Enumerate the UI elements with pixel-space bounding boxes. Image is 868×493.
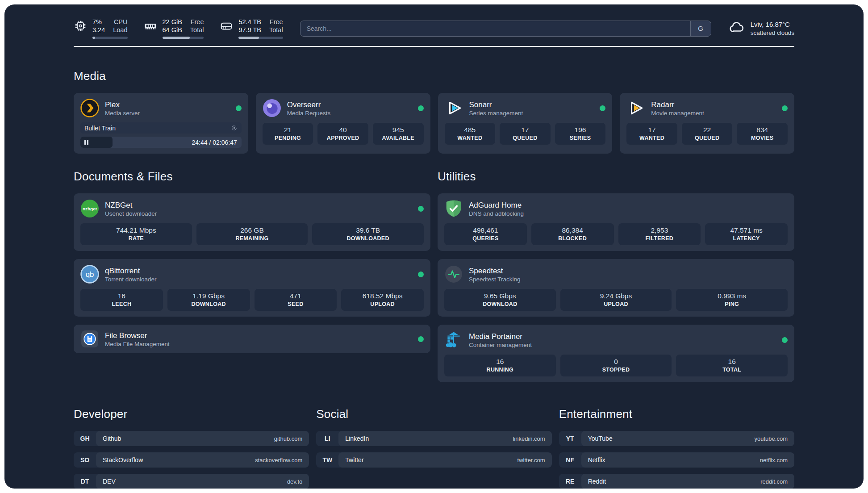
- link-url: twitter.com: [517, 457, 545, 464]
- service-title: AdGuard Home: [469, 201, 524, 210]
- link-youtube[interactable]: YT YouTubeyoutube.com: [559, 431, 794, 446]
- link-dev[interactable]: DT DEVdev.to: [74, 474, 309, 489]
- dashboard-page: 7%3.24 CPULoad 22 GiB64 GiB FreeTotal: [0, 0, 868, 493]
- cpu-usage: 7%: [92, 18, 105, 26]
- link-url: linkedin.com: [513, 435, 545, 442]
- search-bar: G: [300, 21, 711, 37]
- link-netflix[interactable]: NF Netflixnetflix.com: [559, 452, 794, 468]
- service-subtitle: Speedtest Tracking: [469, 276, 521, 283]
- link-reddit[interactable]: RE Redditreddit.com: [559, 474, 794, 489]
- link-name: Reddit: [588, 478, 606, 485]
- pause-icon: [84, 140, 88, 145]
- header-divider: [74, 46, 794, 47]
- qbittorrent-icon: qb: [80, 265, 99, 284]
- link-abbr: DT: [74, 478, 96, 485]
- gear-icon[interactable]: [231, 125, 238, 131]
- stat-tile-upload: 618.52 MbpsUPLOAD: [341, 289, 424, 311]
- cpu-progress-bar: [92, 37, 128, 39]
- memory-stat: 22 GiB64 GiB FreeTotal: [144, 18, 204, 39]
- service-card-plex[interactable]: Plex Media server Bullet Train 24:44 / 0…: [74, 93, 248, 154]
- filebrowser-icon: [80, 330, 99, 348]
- link-abbr: NF: [559, 456, 581, 464]
- stat-tile-download: 9.65 GbpsDOWNLOAD: [444, 289, 556, 311]
- link-name: Twitter: [345, 456, 363, 464]
- link-url: reddit.com: [760, 478, 788, 485]
- speedtest-icon: [444, 265, 463, 284]
- search-input[interactable]: [300, 21, 690, 36]
- system-stats: 7%3.24 CPULoad 22 GiB64 GiB FreeTotal: [74, 18, 283, 39]
- stat-tile-latency: 47.571 msLATENCY: [705, 223, 788, 245]
- memory-free: 22 GiB: [163, 18, 182, 26]
- section-title-developer: Developer: [74, 407, 309, 421]
- now-playing-row: Bullet Train: [80, 122, 242, 134]
- service-title: Sonarr: [469, 100, 523, 110]
- service-subtitle: Media Requests: [287, 110, 331, 117]
- service-card-overseerr[interactable]: Overseerr Media Requests 21PENDING 40APP…: [256, 93, 430, 154]
- stat-tile-rate: 744.21 MbpsRATE: [80, 223, 192, 245]
- section-documents: Documents & Files nzbget NZBGet Usenet d…: [74, 170, 430, 353]
- link-url: stackoverflow.com: [255, 457, 302, 464]
- dashboard-frame: 7%3.24 CPULoad 22 GiB64 GiB FreeTotal: [4, 4, 864, 489]
- section-title-utilities: Utilities: [438, 170, 794, 184]
- stat-tile-available: 945AVAILABLE: [373, 123, 424, 145]
- link-name: StackOverflow: [103, 456, 143, 464]
- service-card-adguard[interactable]: AdGuard Home DNS and adblocking 498,461Q…: [438, 193, 794, 251]
- stat-tile-download: 1.19 GbpsDOWNLOAD: [167, 289, 250, 311]
- portainer-icon: [444, 330, 463, 349]
- search-engine-button[interactable]: G: [690, 21, 711, 36]
- playback-progress-bar[interactable]: 24:44 / 02:06:47: [80, 137, 242, 148]
- playback-time: 24:44 / 02:06:47: [192, 139, 242, 146]
- service-subtitle: Movie management: [651, 110, 704, 117]
- weather-widget[interactable]: Lviv, 16.87°C scattered clouds: [728, 19, 794, 38]
- service-card-sonarr[interactable]: Sonarr Series management 485WANTED 17QUE…: [438, 93, 613, 154]
- link-abbr: SO: [74, 456, 96, 464]
- service-card-nzbget[interactable]: nzbget NZBGet Usenet downloader 744.21 M…: [74, 193, 430, 251]
- link-twitter[interactable]: TW Twittertwitter.com: [316, 452, 551, 468]
- service-card-speedtest[interactable]: Speedtest Speedtest Tracking 9.65 GbpsDO…: [438, 259, 794, 317]
- status-dot: [418, 272, 424, 277]
- stat-tile-running: 16RUNNING: [444, 355, 556, 376]
- stat-tile-leech: 16LEECH: [80, 289, 163, 311]
- radarr-icon: [626, 99, 645, 117]
- service-card-portainer[interactable]: Media Portainer Container management 16R…: [438, 325, 794, 382]
- service-title: File Browser: [105, 331, 170, 341]
- service-card-qbittorrent[interactable]: qb qBittorrent Torrent downloader 16LEEC…: [74, 259, 430, 317]
- status-dot: [418, 206, 424, 212]
- stat-tile-downloaded: 39.6 TBDOWNLOADED: [312, 223, 424, 245]
- link-name: Netflix: [588, 456, 605, 464]
- overseerr-icon: [263, 99, 281, 117]
- link-name: LinkedIn: [345, 435, 369, 442]
- disk-stat: 52.4 TB97.9 TB FreeTotal: [220, 18, 283, 39]
- section-utilities: Utilities AdGuard Home DNS and adblockin…: [438, 170, 794, 382]
- adguard-icon: [444, 199, 463, 218]
- section-social: Social LI LinkedInlinkedin.com TW Twitte…: [316, 407, 551, 468]
- link-linkedin[interactable]: LI LinkedInlinkedin.com: [316, 431, 551, 446]
- link-abbr: GH: [74, 435, 96, 442]
- stat-tile-queued: 22QUEUED: [682, 123, 733, 145]
- plex-icon: [80, 99, 99, 117]
- section-title-documents: Documents & Files: [74, 170, 430, 184]
- service-card-radarr[interactable]: Radarr Movie management 17WANTED 22QUEUE…: [620, 93, 794, 154]
- section-title-media: Media: [74, 69, 794, 83]
- stat-tile-wanted: 17WANTED: [626, 123, 677, 145]
- status-dot: [418, 336, 424, 342]
- link-stackoverflow[interactable]: SO StackOverflowstackoverflow.com: [74, 452, 309, 468]
- link-name: DEV: [103, 478, 116, 485]
- memory-total: 64 GiB: [163, 26, 182, 34]
- service-subtitle: Media server: [105, 110, 140, 117]
- link-github[interactable]: GH Githubgithub.com: [74, 431, 309, 446]
- disk-total: 97.9 TB: [238, 26, 261, 34]
- stat-tile-wanted: 485WANTED: [445, 123, 496, 145]
- stat-tile-queued: 17QUEUED: [500, 123, 551, 145]
- link-url: youtube.com: [755, 435, 788, 442]
- stat-tile-remaining: 266 GBREMAINING: [196, 223, 308, 245]
- service-card-filebrowser[interactable]: File Browser Media File Management: [74, 325, 430, 353]
- service-subtitle: Torrent downloader: [105, 276, 157, 283]
- stat-tile-total: 16TOTAL: [676, 355, 788, 376]
- service-title: qBittorrent: [105, 266, 157, 276]
- link-name: YouTube: [588, 435, 613, 442]
- service-title: Radarr: [651, 100, 704, 110]
- nzbget-icon: nzbget: [80, 199, 99, 218]
- service-title: Speedtest: [469, 266, 521, 276]
- section-developer: Developer GH Githubgithub.com SO StackOv…: [74, 407, 309, 489]
